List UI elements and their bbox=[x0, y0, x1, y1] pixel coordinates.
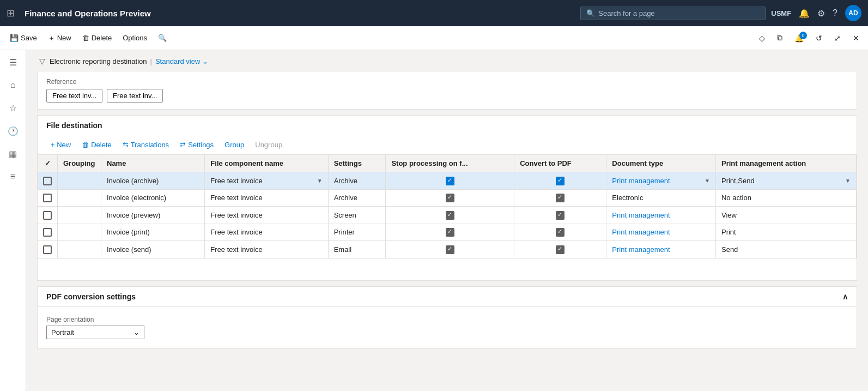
reference-section: Reference Free text inv... Free text inv… bbox=[37, 71, 857, 110]
fd-new-button[interactable]: + New bbox=[46, 139, 75, 151]
row-convert-pdf[interactable] bbox=[514, 189, 606, 207]
waffle-menu-icon[interactable]: ⊞ bbox=[7, 7, 15, 19]
row-file-component[interactable]: Free text invoice bbox=[205, 189, 328, 207]
row-print-management[interactable]: View bbox=[715, 207, 856, 224]
row-settings[interactable]: Printer bbox=[328, 224, 386, 241]
pdf-section-header[interactable]: PDF conversion settings ∧ bbox=[38, 287, 857, 307]
row-file-component[interactable]: Free text invoice▼ bbox=[205, 172, 328, 190]
col-convert-pdf[interactable]: Convert to PDF bbox=[514, 155, 606, 172]
col-document-type[interactable]: Document type bbox=[606, 155, 716, 172]
command-bar-right: ◇ ⧉ 🔔 0 ↺ ⤢ ✕ bbox=[755, 30, 864, 46]
close-button[interactable]: ✕ bbox=[848, 31, 864, 46]
row-stop-processing[interactable] bbox=[386, 172, 514, 190]
row-check-cell[interactable] bbox=[38, 207, 58, 224]
company-selector[interactable]: USMF bbox=[771, 9, 791, 17]
table-row[interactable]: Invoice (send)Free text invoiceEmailPrin… bbox=[38, 241, 857, 258]
page-header: ▽ Electronic reporting destination | Sta… bbox=[37, 57, 857, 65]
table-row[interactable]: Invoice (electronic)Free text invoiceArc… bbox=[38, 189, 857, 207]
row-settings[interactable]: Archive bbox=[328, 172, 386, 190]
row-file-component[interactable]: Free text invoice bbox=[205, 241, 328, 258]
row-document-type[interactable]: Print management▼ bbox=[606, 172, 716, 190]
col-print-management[interactable]: Print management action bbox=[715, 155, 856, 172]
row-name[interactable]: Invoice (send) bbox=[101, 241, 205, 258]
row-check-cell[interactable] bbox=[38, 224, 58, 241]
table-header-row: ✓ Grouping Name File component name Sett… bbox=[38, 155, 857, 172]
refresh-button[interactable]: ↺ bbox=[811, 31, 827, 46]
delete-icon: 🗑 bbox=[82, 34, 89, 42]
col-name[interactable]: Name bbox=[101, 155, 205, 172]
expand-button[interactable]: ⤢ bbox=[830, 31, 845, 46]
chevron-down-icon: ⌄ bbox=[202, 57, 208, 65]
row-document-type[interactable]: Print management bbox=[606, 224, 716, 241]
row-name[interactable]: Invoice (electronic) bbox=[101, 189, 205, 207]
sidebar-workspaces-icon[interactable]: ▦ bbox=[2, 144, 24, 164]
help-icon[interactable]: ? bbox=[833, 8, 837, 18]
avatar[interactable]: AD bbox=[845, 5, 861, 21]
reference-btn-2[interactable]: Free text inv... bbox=[107, 89, 163, 103]
row-convert-pdf[interactable] bbox=[514, 241, 606, 258]
settings-icon[interactable]: ⚙ bbox=[817, 8, 825, 19]
row-print-management[interactable]: Send bbox=[715, 241, 856, 258]
copy-icon-button[interactable]: ⧉ bbox=[773, 30, 787, 46]
table-row[interactable]: Invoice (print)Free text invoicePrinterP… bbox=[38, 224, 857, 241]
row-stop-processing[interactable] bbox=[386, 207, 514, 224]
diamond-icon-button[interactable]: ◇ bbox=[755, 31, 769, 46]
row-name[interactable]: Invoice (archive) bbox=[101, 172, 205, 190]
row-convert-pdf[interactable] bbox=[514, 224, 606, 241]
row-stop-processing[interactable] bbox=[386, 241, 514, 258]
view-selector[interactable]: Standard view ⌄ bbox=[155, 57, 208, 65]
row-stop-processing[interactable] bbox=[386, 189, 514, 207]
row-convert-pdf[interactable] bbox=[514, 172, 606, 190]
row-check-cell[interactable] bbox=[38, 172, 58, 190]
row-settings[interactable]: Email bbox=[328, 241, 386, 258]
col-check[interactable]: ✓ bbox=[38, 155, 58, 172]
fd-group-button[interactable]: Group bbox=[220, 139, 248, 151]
fd-settings-button[interactable]: ⇄ Settings bbox=[175, 139, 218, 151]
sidebar-favorites-icon[interactable]: ☆ bbox=[2, 98, 24, 118]
row-name[interactable]: Invoice (preview) bbox=[101, 207, 205, 224]
fd-delete-button[interactable]: 🗑 Delete bbox=[77, 139, 116, 151]
search-page-button[interactable]: 🔍 bbox=[153, 31, 172, 45]
fd-translations-button[interactable]: ⇆ Translations bbox=[118, 139, 173, 151]
notification-count-button[interactable]: 🔔 0 bbox=[790, 31, 808, 46]
row-document-type[interactable]: Print management bbox=[606, 241, 716, 258]
sidebar-recent-icon[interactable]: 🕐 bbox=[2, 121, 24, 141]
row-file-component[interactable]: Free text invoice bbox=[205, 207, 328, 224]
row-grouping bbox=[58, 207, 101, 224]
sidebar-home-icon[interactable]: ⌂ bbox=[2, 75, 24, 95]
file-destination-section: File destination + New 🗑 Delete ⇆ Transl… bbox=[37, 115, 857, 281]
col-stop-processing[interactable]: Stop processing on f... bbox=[386, 155, 514, 172]
options-button[interactable]: Options bbox=[117, 31, 153, 45]
search-bar[interactable]: 🔍 Search for a page bbox=[580, 7, 766, 20]
filter-icon[interactable]: ▽ bbox=[39, 57, 45, 65]
file-destination-header[interactable]: File destination bbox=[38, 116, 857, 135]
dropdown-icon: ▼ bbox=[317, 178, 323, 184]
row-document-type[interactable]: Print management bbox=[606, 207, 716, 224]
row-print-management[interactable]: Print bbox=[715, 224, 856, 241]
sidebar-menu-icon[interactable]: ☰ bbox=[2, 52, 24, 72]
col-grouping[interactable]: Grouping bbox=[58, 155, 101, 172]
row-settings[interactable]: Screen bbox=[328, 207, 386, 224]
row-check-cell[interactable] bbox=[38, 189, 58, 207]
delete-button[interactable]: 🗑 Delete bbox=[77, 31, 118, 45]
col-file-component[interactable]: File component name bbox=[205, 155, 328, 172]
table-row[interactable]: Invoice (archive)Free text invoice▼Archi… bbox=[38, 172, 857, 190]
row-stop-processing[interactable] bbox=[386, 224, 514, 241]
print-dropdown-icon: ▼ bbox=[845, 178, 851, 184]
row-document-type[interactable]: Electronic bbox=[606, 189, 716, 207]
new-button[interactable]: ＋ New bbox=[43, 30, 77, 46]
row-print-management[interactable]: No action bbox=[715, 189, 856, 207]
col-settings[interactable]: Settings bbox=[328, 155, 386, 172]
row-settings[interactable]: Archive bbox=[328, 189, 386, 207]
notification-bell-icon[interactable]: 🔔 bbox=[799, 8, 810, 19]
table-row[interactable]: Invoice (preview)Free text invoiceScreen… bbox=[38, 207, 857, 224]
row-print-management[interactable]: Print,Send▼ bbox=[715, 172, 856, 190]
row-file-component[interactable]: Free text invoice bbox=[205, 224, 328, 241]
row-name[interactable]: Invoice (print) bbox=[101, 224, 205, 241]
row-check-cell[interactable] bbox=[38, 241, 58, 258]
sidebar-list-icon[interactable]: ≡ bbox=[2, 167, 24, 187]
orientation-select[interactable]: Portrait ⌄ bbox=[46, 326, 144, 339]
row-convert-pdf[interactable] bbox=[514, 207, 606, 224]
save-button[interactable]: 💾 Save bbox=[4, 31, 43, 45]
reference-btn-1[interactable]: Free text inv... bbox=[46, 89, 102, 103]
